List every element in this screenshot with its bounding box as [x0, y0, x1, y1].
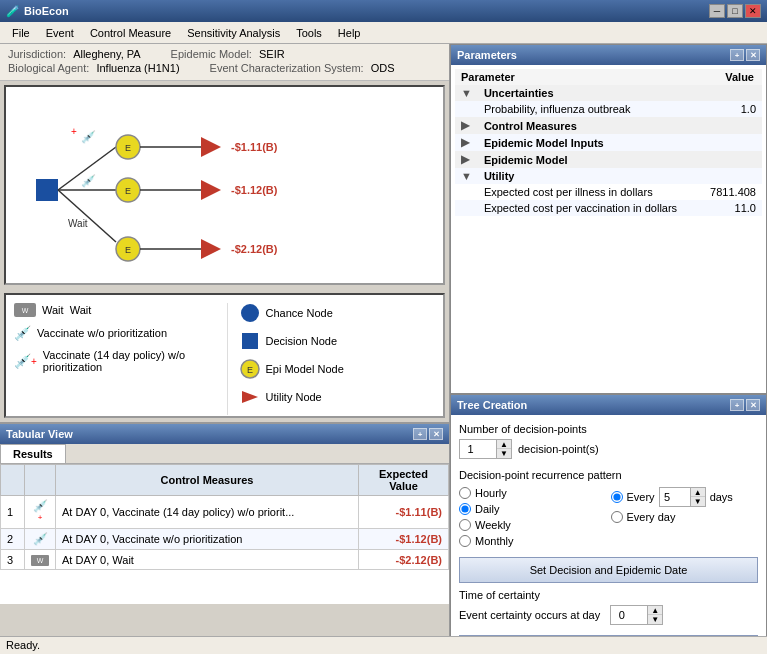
row1-measure: At DAY 0, Vaccinate (14 day policy) w/o … [56, 496, 359, 529]
decision-points-spinner[interactable]: ▲ ▼ [459, 439, 512, 459]
tab-bar: Results [0, 444, 449, 464]
svg-text:-$1.11(B): -$1.11(B) [231, 141, 278, 153]
params-content[interactable]: Parameter Value ▼ Uncertainties [451, 65, 766, 393]
num-decision-points-label: Number of decision-points [459, 423, 758, 435]
radio-hourly: Hourly [459, 487, 607, 499]
svg-marker-20 [242, 391, 258, 403]
expand-icon-uncertainties[interactable]: ▼ [455, 85, 478, 101]
group-epi-model[interactable]: ▶ Epidemic Model [455, 151, 762, 168]
expand-icon-epi-model[interactable]: ▶ [455, 151, 478, 168]
radio-monthly-input[interactable] [459, 535, 471, 547]
params-header-buttons: + ✕ [730, 49, 760, 61]
svg-text:+: + [71, 126, 77, 137]
every-spinner[interactable]: ▲ ▼ [659, 487, 706, 507]
results-table-container[interactable]: Control Measures Expected Value 1 💉+ At … [0, 464, 449, 604]
legend-vaccinate-label: Vaccinate w/o prioritization [37, 327, 167, 339]
radio-every-day-input[interactable] [611, 511, 623, 523]
tc-expand-btn[interactable]: + [730, 399, 744, 411]
row2-measure: At DAY 0, Vaccinate w/o prioritization [56, 529, 359, 550]
expand-icon-utility[interactable]: ▼ [455, 168, 478, 184]
minimize-button[interactable]: ─ [709, 4, 725, 18]
decision-points-input[interactable] [460, 440, 496, 458]
menu-help[interactable]: Help [330, 25, 369, 41]
time-certainty-label: Time of certainty [459, 589, 758, 601]
ecs-label: Event Characterization System: ODS [210, 62, 395, 74]
params-pin-btn[interactable]: ✕ [746, 49, 760, 61]
tabular-pin-btn[interactable]: ✕ [429, 428, 443, 440]
radio-every-n-input[interactable] [611, 491, 623, 503]
parameters-panel: Parameters + ✕ Parameter Value [450, 44, 767, 394]
group-utility[interactable]: ▼ Utility [455, 168, 762, 184]
every-days-input[interactable] [660, 488, 690, 506]
every-spin-buttons: ▲ ▼ [690, 488, 705, 506]
legend-chance: Chance Node [240, 303, 436, 323]
menu-file[interactable]: File [4, 25, 38, 41]
svg-text:E: E [246, 365, 252, 375]
group-control-label: Control Measures [478, 117, 762, 134]
radio-daily-label: Daily [475, 503, 499, 515]
every-spin-up[interactable]: ▲ [691, 488, 705, 497]
table-row: 2 💉 At DAY 0, Vaccinate w/o prioritizati… [1, 529, 449, 550]
group-utility-label: Utility [478, 168, 762, 184]
maximize-button[interactable]: □ [727, 4, 743, 18]
radio-every-day: Every day [611, 511, 759, 523]
menu-control-measure[interactable]: Control Measure [82, 25, 179, 41]
group-control-measures[interactable]: ▶ Control Measures [455, 117, 762, 134]
menu-event[interactable]: Event [38, 25, 82, 41]
svg-text:💉: 💉 [81, 129, 96, 144]
wait-icon: W [14, 303, 36, 317]
group-epi-model-label: Epidemic Model [478, 151, 762, 168]
cross-icon: + [31, 356, 37, 367]
spin-up[interactable]: ▲ [497, 440, 511, 449]
row3-icon: W [25, 550, 56, 570]
expand-icon-epi-inputs[interactable]: ▶ [455, 134, 478, 151]
info-row-2: Biological Agent: Influenza (H1N1) Event… [8, 62, 441, 74]
row1-value: -$1.11(B) [359, 496, 449, 529]
utility-node-1 [201, 137, 221, 157]
tabular-panel-title: Tabular View [6, 428, 73, 440]
radio-daily: Daily [459, 503, 607, 515]
set-decision-date-button[interactable]: Set Decision and Epidemic Date [459, 557, 758, 583]
tabular-expand-btn[interactable]: + [413, 428, 427, 440]
radio-monthly: Monthly [459, 535, 607, 547]
every-spin-down[interactable]: ▼ [691, 497, 705, 506]
legend-wait: W Wait Wait [14, 303, 223, 317]
certainty-spinner[interactable]: ▲ ▼ [610, 605, 663, 625]
syringe-icon-1: 💉 [14, 325, 31, 341]
epidemic-value: SEIR [259, 48, 285, 60]
certainty-spin-buttons: ▲ ▼ [647, 606, 662, 624]
param-row: Expected cost per vaccination in dollars… [455, 200, 762, 216]
certainty-input[interactable] [611, 606, 647, 624]
legend-grid: W Wait Wait 💉 Vaccinate w/o prioritizati… [14, 303, 435, 415]
info-row-1: Jurisdiction: Allegheny, PA Epidemic Mod… [8, 48, 441, 60]
tc-pin-btn[interactable]: ✕ [746, 399, 760, 411]
params-expand-btn[interactable]: + [730, 49, 744, 61]
spin-down[interactable]: ▼ [497, 449, 511, 458]
decision-node-icon [240, 331, 260, 351]
row1-icon: 💉+ [25, 496, 56, 529]
menu-sensitivity[interactable]: Sensitivity Analysis [179, 25, 288, 41]
decision-points-row: ▲ ▼ decision-point(s) [459, 439, 758, 459]
expand-icon-control[interactable]: ▶ [455, 117, 478, 134]
row3-measure: At DAY 0, Wait [56, 550, 359, 570]
legend-vaccinate: 💉 Vaccinate w/o prioritization [14, 325, 223, 341]
param-vacc-label: Expected cost per vaccination in dollars [478, 200, 700, 216]
group-uncertainties[interactable]: ▼ Uncertainties [455, 85, 762, 101]
legend-epi: E Epi Model Node [240, 359, 436, 379]
radio-daily-input[interactable] [459, 503, 471, 515]
radio-weekly-input[interactable] [459, 519, 471, 531]
tab-results[interactable]: Results [0, 444, 66, 463]
menu-tools[interactable]: Tools [288, 25, 330, 41]
certainty-spin-up[interactable]: ▲ [648, 606, 662, 615]
legend-utility: Utility Node [240, 387, 436, 407]
table-row: 1 💉+ At DAY 0, Vaccinate (14 day policy)… [1, 496, 449, 529]
certainty-spin-down[interactable]: ▼ [648, 615, 662, 624]
param-illness-label: Expected cost per illness in dollars [478, 184, 700, 200]
close-button[interactable]: ✕ [745, 4, 761, 18]
radio-hourly-input[interactable] [459, 487, 471, 499]
group-epi-inputs[interactable]: ▶ Epidemic Model Inputs [455, 134, 762, 151]
legend-nodes: Chance Node Decision Node E Epi Model No… [227, 303, 436, 415]
info-bar: Jurisdiction: Allegheny, PA Epidemic Mod… [0, 44, 449, 81]
svg-text:-$1.12(B): -$1.12(B) [231, 184, 278, 196]
bio-value: Influenza (H1N1) [96, 62, 179, 74]
